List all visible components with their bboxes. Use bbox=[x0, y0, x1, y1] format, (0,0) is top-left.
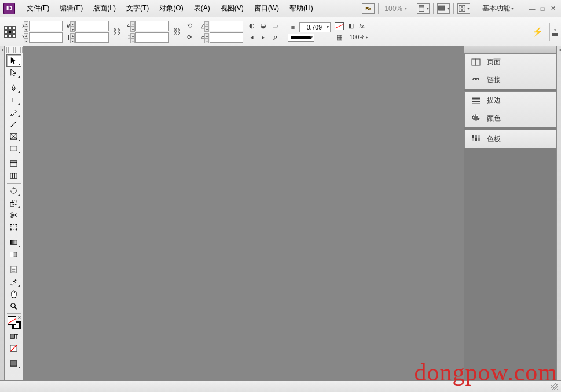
quick-apply-icon[interactable]: ⚡ bbox=[531, 25, 544, 38]
svg-rect-38 bbox=[14, 279, 17, 281]
pen-tool[interactable] bbox=[6, 82, 21, 94]
opacity-input[interactable]: 100% bbox=[346, 32, 372, 43]
type-tool[interactable]: T bbox=[6, 94, 21, 106]
dock-collapse-strip[interactable] bbox=[464, 46, 556, 53]
document-canvas[interactable] bbox=[23, 46, 464, 380]
rotation-input[interactable]: ▴▾ bbox=[210, 21, 243, 31]
svg-point-52 bbox=[474, 115, 475, 116]
stroke-controls: ≡ 0.709 bbox=[288, 22, 331, 42]
panel-pages[interactable]: 页面 bbox=[465, 54, 556, 71]
menu-file[interactable]: 文件(F) bbox=[22, 1, 54, 16]
constrain-proportions-icon[interactable]: ⛓ bbox=[112, 22, 120, 42]
menu-type[interactable]: 文字(T) bbox=[122, 1, 153, 16]
constrain-scale-icon[interactable]: ⛓ bbox=[173, 22, 181, 42]
note-tool[interactable] bbox=[6, 263, 21, 276]
eyedropper-tool[interactable] bbox=[6, 276, 21, 288]
view-options-button[interactable] bbox=[417, 3, 430, 14]
control-panel-menu-icon[interactable] bbox=[549, 23, 558, 41]
screen-mode-button[interactable] bbox=[437, 3, 450, 14]
scale-tool[interactable] bbox=[6, 197, 21, 209]
rectangle-tool[interactable] bbox=[6, 142, 21, 155]
right-collapse-strip[interactable] bbox=[556, 46, 561, 380]
svg-rect-31 bbox=[10, 240, 17, 245]
panel-swatches[interactable]: 色板 bbox=[465, 130, 556, 148]
svg-rect-47 bbox=[476, 59, 480, 65]
resize-grip-icon[interactable] bbox=[551, 383, 558, 390]
stroke-weight-input[interactable]: 0.709 bbox=[299, 22, 331, 32]
fill-icon[interactable] bbox=[334, 21, 344, 31]
grid-icon bbox=[458, 4, 466, 13]
free-transform-tool[interactable] bbox=[6, 221, 21, 233]
screen-icon bbox=[438, 4, 446, 13]
menu-object[interactable]: 对象(O) bbox=[155, 1, 188, 16]
svg-rect-58 bbox=[475, 138, 477, 141]
tools-collapse-strip[interactable] bbox=[0, 46, 5, 380]
rotate-tool[interactable] bbox=[6, 185, 21, 197]
svg-rect-6 bbox=[463, 9, 465, 11]
horizontal-grid-tool[interactable] bbox=[6, 157, 21, 170]
height-input[interactable]: ▴▾ bbox=[75, 32, 109, 43]
menu-help[interactable]: 帮助(H) bbox=[285, 1, 318, 16]
y-input[interactable]: ▴▾ bbox=[29, 32, 63, 43]
drop-shadow-icon[interactable]: ◧ bbox=[346, 21, 356, 31]
hand-tool[interactable] bbox=[6, 288, 21, 300]
zoom-level-dropdown[interactable]: 100% bbox=[382, 5, 409, 13]
svg-rect-13 bbox=[10, 146, 17, 151]
rotate-cw-icon[interactable]: ⟳ bbox=[184, 32, 195, 43]
panel-label: 链接 bbox=[487, 75, 501, 85]
direct-selection-tool[interactable] bbox=[6, 67, 21, 79]
panel-color[interactable]: 颜色 bbox=[465, 109, 556, 127]
tools-grip[interactable] bbox=[5, 47, 23, 53]
gradient-tool[interactable] bbox=[6, 236, 21, 248]
close-button[interactable]: ✕ bbox=[548, 5, 558, 13]
arrange-documents-button[interactable] bbox=[457, 3, 470, 14]
reference-point-selector[interactable] bbox=[3, 25, 16, 38]
svg-rect-59 bbox=[478, 138, 480, 141]
rotate-ccw-icon[interactable]: ⟲ bbox=[184, 21, 195, 31]
width-input[interactable]: ▴▾ bbox=[75, 21, 109, 31]
view-mode-tool[interactable] bbox=[6, 357, 21, 369]
maximize-button[interactable]: □ bbox=[538, 5, 547, 13]
shear-input[interactable]: ▴▾ bbox=[210, 32, 243, 43]
bridge-button[interactable]: Br bbox=[362, 3, 375, 14]
x-input[interactable]: ▴▾ bbox=[29, 21, 63, 31]
opacity-icon: ▦ bbox=[334, 32, 344, 43]
workspace: T ⤭ T bbox=[0, 46, 561, 380]
line-tool[interactable] bbox=[6, 118, 21, 130]
pencil-tool[interactable] bbox=[6, 106, 21, 118]
effects-button[interactable]: fx. bbox=[357, 21, 368, 31]
default-fill-stroke-icon[interactable] bbox=[6, 342, 21, 354]
gradient-feather-tool[interactable] bbox=[6, 248, 21, 261]
menu-window[interactable]: 窗口(W) bbox=[250, 1, 284, 16]
workspace-switcher[interactable]: 基本功能 bbox=[478, 2, 518, 14]
zoom-tool[interactable] bbox=[6, 300, 21, 312]
scale-x-input[interactable]: ▴▾ bbox=[135, 21, 169, 31]
svg-point-29 bbox=[10, 229, 12, 230]
panel-links[interactable]: 链接 bbox=[465, 71, 556, 89]
scissors-tool[interactable] bbox=[6, 209, 21, 221]
scale-y-input[interactable]: ▴▾ bbox=[135, 32, 169, 43]
rectangle-frame-tool[interactable] bbox=[6, 130, 21, 142]
control-bar: X: ▴▾ Y: ▴▾ W: ▴▾ H: ▴▾ ⛓ ⇔ ▴▾ ⇕ ▴▾ ⛓ ⟲ … bbox=[0, 17, 561, 46]
panel-stroke[interactable]: 描边 bbox=[465, 92, 556, 109]
select-next-icon[interactable]: ▸ bbox=[258, 32, 269, 43]
svg-line-24 bbox=[13, 214, 17, 217]
select-content-p-icon[interactable]: P bbox=[270, 32, 280, 43]
menu-table[interactable]: 表(A) bbox=[189, 1, 215, 16]
select-previous-icon[interactable]: ◂ bbox=[247, 32, 257, 43]
minimize-button[interactable]: — bbox=[527, 5, 537, 13]
selection-tool[interactable] bbox=[6, 54, 21, 67]
swap-fill-stroke-icon[interactable]: ⤭ bbox=[17, 315, 21, 320]
flip-vertical-icon[interactable]: ◒ bbox=[258, 21, 269, 31]
svg-rect-57 bbox=[472, 138, 474, 141]
flip-horizontal-icon[interactable]: ◐ bbox=[247, 21, 257, 31]
stroke-style-dropdown[interactable] bbox=[288, 34, 314, 42]
svg-point-28 bbox=[16, 224, 17, 225]
menu-layout[interactable]: 版面(L) bbox=[89, 1, 120, 16]
fill-stroke-swatches[interactable]: ⤭ bbox=[6, 315, 21, 330]
select-container-icon[interactable]: ▭ bbox=[270, 21, 280, 31]
menu-edit[interactable]: 编辑(E) bbox=[55, 1, 87, 16]
vertical-grid-tool[interactable] bbox=[6, 170, 21, 182]
apply-color-container-icon[interactable]: T bbox=[6, 330, 21, 342]
menu-view[interactable]: 视图(V) bbox=[216, 1, 248, 16]
